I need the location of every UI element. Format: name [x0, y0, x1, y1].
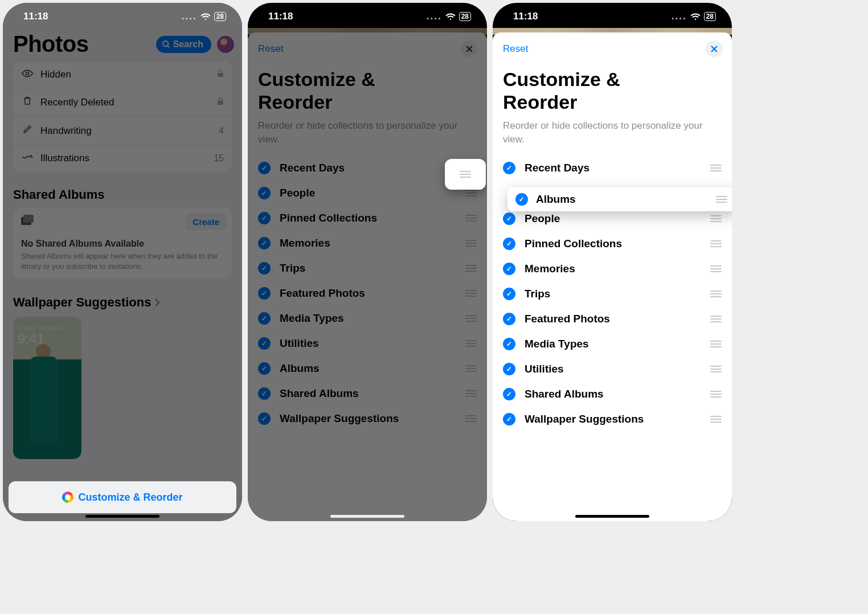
reorder-row[interactable]: ✓Wallpaper Suggestions: [493, 407, 732, 432]
reorder-row[interactable]: ✓Featured Photos: [248, 281, 487, 306]
reorder-row[interactable]: ✓Memories: [248, 231, 487, 256]
grip-icon[interactable]: [464, 290, 478, 297]
reset-button[interactable]: Reset: [503, 43, 528, 55]
wifi-icon: [200, 13, 211, 21]
checkmark-icon[interactable]: ✓: [258, 262, 271, 275]
reorder-row[interactable]: ✓Albums: [248, 356, 487, 381]
checkmark-icon[interactable]: ✓: [258, 162, 271, 174]
customize-reorder-button[interactable]: Customize & Reorder: [9, 481, 236, 513]
reorder-row[interactable]: ✓Memories: [493, 256, 732, 281]
grip-icon[interactable]: [464, 315, 478, 322]
checkmark-icon[interactable]: ✓: [503, 238, 515, 250]
reset-button[interactable]: Reset: [258, 43, 283, 55]
grip-icon[interactable]: [709, 265, 723, 272]
row-hidden[interactable]: Hidden: [13, 62, 232, 88]
grip-icon[interactable]: [709, 341, 723, 347]
dragging-row[interactable]: ✓ Albums: [507, 187, 732, 211]
reorder-row[interactable]: ✓Media Types: [248, 306, 487, 331]
grip-icon[interactable]: [464, 390, 478, 397]
empty-title: No Shared Albums Available: [21, 239, 224, 249]
eye-icon: [21, 69, 34, 80]
grip-icon[interactable]: [464, 415, 478, 422]
checkmark-icon: ✓: [515, 193, 528, 206]
home-indicator[interactable]: [330, 515, 404, 518]
customize-bar: Customize & Reorder: [3, 481, 242, 513]
reorder-row[interactable]: ✓Trips: [248, 256, 487, 281]
reorder-row[interactable]: ✓Wallpaper Suggestions: [248, 406, 487, 431]
checkmark-icon[interactable]: ✓: [258, 237, 271, 249]
checkmark-icon[interactable]: ✓: [258, 387, 271, 400]
customize-sheet: Reset Customize &Reorder Reorder or hide…: [248, 32, 487, 521]
close-button[interactable]: [461, 40, 478, 58]
grip-icon[interactable]: [464, 215, 478, 222]
checkmark-icon[interactable]: ✓: [503, 413, 515, 425]
status-bar: 11:18 .... 28: [248, 3, 487, 30]
home-indicator[interactable]: [85, 515, 159, 518]
sheet-subtitle: Reorder or hide collections to personali…: [248, 113, 487, 155]
row-label: Handwriting: [40, 125, 219, 137]
grip-icon[interactable]: [709, 240, 723, 247]
reorder-label: Albums: [280, 362, 464, 375]
reorder-row[interactable]: ✓Trips: [493, 281, 732, 306]
grip-icon[interactable]: [709, 316, 723, 322]
reorder-row[interactable]: ✓Utilities: [248, 331, 487, 356]
reorder-row[interactable]: ✓Recent Days: [493, 155, 732, 181]
checkmark-icon[interactable]: ✓: [503, 288, 515, 300]
close-button[interactable]: [706, 40, 723, 58]
row-recently-deleted[interactable]: Recently Deleted: [13, 88, 232, 117]
checkmark-icon[interactable]: ✓: [258, 362, 271, 375]
reorder-label: Featured Photos: [525, 313, 709, 325]
grip-icon[interactable]: [464, 190, 478, 197]
phone-screenshot-2: Reset Customize &Reorder Reorder or hide…: [248, 3, 487, 521]
empty-subtitle: Shared Albums will appear here when they…: [21, 251, 224, 271]
checkmark-icon[interactable]: ✓: [503, 363, 515, 375]
wallpaper-thumbnail[interactable]: MONDAY, OCTOBER 79:41: [13, 317, 81, 459]
row-illustrations[interactable]: Illustrations 15: [13, 145, 232, 171]
grip-icon[interactable]: [709, 416, 723, 423]
checkmark-icon[interactable]: ✓: [503, 338, 515, 350]
shared-albums-empty-card: Create No Shared Albums Available Shared…: [13, 208, 232, 278]
checkmark-icon[interactable]: ✓: [258, 212, 271, 224]
checkmark-icon[interactable]: ✓: [503, 263, 515, 275]
reorder-row[interactable]: ✓Pinned Collections: [493, 231, 732, 256]
create-shared-button[interactable]: Create: [186, 214, 226, 230]
reorder-row[interactable]: ✓Pinned Collections: [248, 206, 487, 231]
utilities-list: Hidden Recently Deleted Handwriting: [13, 62, 232, 171]
checkmark-icon[interactable]: ✓: [503, 388, 515, 400]
grip-icon[interactable]: [464, 365, 478, 372]
grip-icon[interactable]: [709, 215, 723, 222]
grip-icon[interactable]: [709, 391, 723, 398]
customize-sheet: Reset Customize &Reorder Reorder or hide…: [493, 32, 732, 521]
checkmark-icon[interactable]: ✓: [258, 287, 271, 300]
reorder-row[interactable]: ✓Featured Photos: [493, 306, 732, 331]
checkmark-icon[interactable]: ✓: [258, 187, 271, 199]
grip-icon[interactable]: [709, 165, 723, 171]
wallpaper-suggestions-header[interactable]: Wallpaper Suggestions: [3, 278, 242, 314]
reorder-row[interactable]: ✓Shared Albums: [493, 382, 732, 407]
grip-icon[interactable]: [464, 340, 478, 347]
checkmark-icon[interactable]: ✓: [503, 313, 515, 325]
grip-icon[interactable]: [709, 290, 723, 297]
checkmark-icon[interactable]: ✓: [258, 412, 271, 425]
grip-icon: [458, 171, 472, 178]
row-count: 15: [214, 153, 224, 163]
grip-icon[interactable]: [464, 240, 478, 247]
row-count: 4: [219, 126, 224, 136]
home-indicator[interactable]: [575, 515, 649, 518]
reorder-label: Memories: [280, 237, 464, 249]
search-button[interactable]: Search: [156, 36, 211, 53]
checkmark-icon[interactable]: ✓: [258, 337, 271, 350]
reorder-row[interactable]: ✓Shared Albums: [248, 381, 487, 406]
row-handwriting[interactable]: Handwriting 4: [13, 117, 232, 145]
profile-avatar[interactable]: [217, 36, 234, 53]
reorder-row[interactable]: ✓Media Types: [493, 331, 732, 357]
checkmark-icon[interactable]: ✓: [503, 162, 515, 174]
checkmark-icon[interactable]: ✓: [258, 312, 271, 325]
drag-handle-popout[interactable]: [445, 159, 486, 190]
grip-icon[interactable]: [709, 366, 723, 373]
reorder-row[interactable]: ✓Utilities: [493, 357, 732, 382]
checkmark-icon[interactable]: ✓: [503, 212, 515, 225]
grip-icon[interactable]: [715, 196, 728, 203]
grip-icon[interactable]: [464, 265, 478, 272]
cellular-icon: ....: [672, 11, 687, 22]
